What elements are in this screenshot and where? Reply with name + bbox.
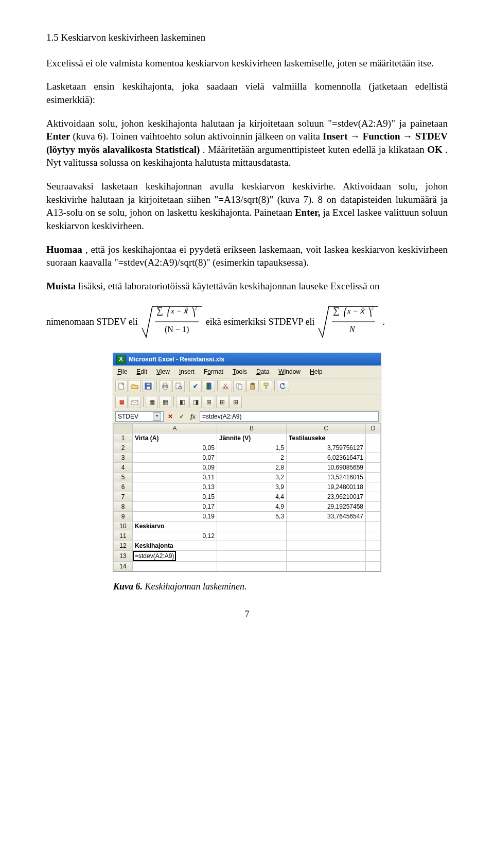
tool-button-4[interactable]: ◨ bbox=[189, 396, 202, 408]
row-header[interactable]: 10 bbox=[114, 521, 133, 531]
print-preview-button[interactable] bbox=[172, 380, 185, 392]
cell[interactable]: 0,07 bbox=[133, 453, 217, 462]
formula-input[interactable]: =stdev(A2:A9) bbox=[200, 411, 379, 422]
cell[interactable]: 19,24800118 bbox=[287, 482, 366, 492]
cell[interactable] bbox=[366, 511, 381, 521]
menu-format[interactable]: Format bbox=[202, 367, 225, 377]
cell[interactable]: Keskihajonta bbox=[133, 541, 217, 550]
cell[interactable] bbox=[217, 541, 286, 550]
cell[interactable]: 5,3 bbox=[217, 511, 286, 521]
name-box-dropdown-icon[interactable]: ▾ bbox=[153, 412, 161, 421]
cell[interactable] bbox=[366, 501, 381, 511]
paste-button[interactable] bbox=[246, 380, 259, 392]
row-header[interactable]: 14 bbox=[114, 562, 133, 571]
row-header[interactable]: 3 bbox=[114, 453, 133, 462]
cell[interactable] bbox=[287, 562, 366, 571]
cell[interactable] bbox=[287, 550, 366, 561]
col-header-a[interactable]: A bbox=[133, 423, 217, 433]
name-box[interactable]: STDEV ▾ bbox=[115, 411, 164, 422]
tool-button-2[interactable]: ▦ bbox=[159, 396, 171, 408]
cell[interactable] bbox=[217, 550, 286, 561]
save-button[interactable] bbox=[142, 380, 154, 392]
row-header[interactable]: 2 bbox=[114, 443, 133, 453]
cell[interactable] bbox=[366, 562, 381, 571]
cell[interactable]: 29,19257458 bbox=[287, 501, 366, 511]
spellcheck-button[interactable]: ✔ bbox=[189, 380, 202, 392]
cell[interactable]: 4,4 bbox=[217, 492, 286, 501]
new-doc-button[interactable] bbox=[115, 380, 128, 392]
cell[interactable] bbox=[366, 453, 381, 462]
row-header[interactable]: 13 bbox=[114, 550, 133, 561]
excel-grid[interactable]: A B C D 1 Virta (A) Jännite (V) Testilau… bbox=[113, 423, 381, 571]
menu-insert[interactable]: Insert bbox=[177, 367, 197, 377]
cell[interactable] bbox=[217, 562, 286, 571]
col-header-c[interactable]: C bbox=[287, 423, 366, 433]
cell[interactable]: 1,5 bbox=[217, 443, 286, 453]
menu-window[interactable]: Window bbox=[276, 367, 303, 377]
cell[interactable]: 0,09 bbox=[133, 462, 217, 472]
menu-edit[interactable]: Edit bbox=[134, 367, 149, 377]
cell[interactable]: Testilauseke bbox=[287, 433, 366, 443]
tool-button-1[interactable]: ▦ bbox=[146, 396, 158, 408]
tool-button-3[interactable]: ◧ bbox=[176, 396, 188, 408]
cell[interactable]: 2 bbox=[217, 453, 286, 462]
cell[interactable]: 0,19 bbox=[133, 511, 217, 521]
cell[interactable] bbox=[366, 482, 381, 492]
formula-cancel-button[interactable]: ✕ bbox=[166, 412, 175, 421]
editing-cell[interactable]: =stdev(A2:A9) bbox=[133, 550, 217, 561]
tool-button-7[interactable]: ⊞ bbox=[230, 396, 242, 408]
pdf-button[interactable]: ▤ bbox=[115, 396, 128, 408]
cell[interactable]: 0,13 bbox=[133, 482, 217, 492]
row-header[interactable]: 7 bbox=[114, 492, 133, 501]
row-header[interactable]: 6 bbox=[114, 482, 133, 492]
row-header[interactable]: 8 bbox=[114, 501, 133, 511]
row-header[interactable]: 11 bbox=[114, 531, 133, 541]
cell[interactable]: 23,96210017 bbox=[287, 492, 366, 501]
cell[interactable]: 0,12 bbox=[133, 531, 217, 541]
menu-view[interactable]: View bbox=[154, 367, 172, 377]
cell[interactable] bbox=[366, 550, 381, 561]
cell[interactable]: 3,759756127 bbox=[287, 443, 366, 453]
menu-help[interactable]: Help bbox=[308, 367, 325, 377]
tool-button-6[interactable]: ⊞ bbox=[216, 396, 228, 408]
cut-button[interactable] bbox=[220, 380, 232, 392]
cell[interactable] bbox=[366, 462, 381, 472]
cell[interactable] bbox=[366, 541, 381, 550]
cell[interactable] bbox=[366, 433, 381, 443]
cell[interactable]: 0,05 bbox=[133, 443, 217, 453]
copy-button[interactable] bbox=[233, 380, 245, 392]
cell[interactable]: 10,69085659 bbox=[287, 462, 366, 472]
cell[interactable] bbox=[217, 531, 286, 541]
cell[interactable]: 0,17 bbox=[133, 501, 217, 511]
cell[interactable]: 2,8 bbox=[217, 462, 286, 472]
cell[interactable] bbox=[366, 531, 381, 541]
col-header-d[interactable]: D bbox=[366, 423, 381, 433]
undo-button[interactable] bbox=[277, 380, 289, 392]
menu-file[interactable]: File bbox=[115, 367, 129, 377]
cell[interactable]: 6,023616471 bbox=[287, 453, 366, 462]
row-header[interactable]: 12 bbox=[114, 541, 133, 550]
cell[interactable] bbox=[287, 541, 366, 550]
row-header[interactable]: 1 bbox=[114, 433, 133, 443]
formula-enter-button[interactable]: ✓ bbox=[177, 412, 186, 421]
fx-button[interactable]: fx bbox=[188, 412, 198, 421]
cell[interactable]: Jännite (V) bbox=[217, 433, 286, 443]
cell[interactable]: Keskiarvo bbox=[133, 521, 217, 531]
cell[interactable] bbox=[133, 562, 217, 571]
cell[interactable] bbox=[366, 492, 381, 501]
cell[interactable] bbox=[366, 521, 381, 531]
cell[interactable]: 0,15 bbox=[133, 492, 217, 501]
print-button[interactable] bbox=[159, 380, 171, 392]
research-button[interactable] bbox=[203, 380, 215, 392]
menu-tools[interactable]: Tools bbox=[231, 367, 249, 377]
tool-button-5[interactable]: ⊞ bbox=[203, 396, 215, 408]
cell[interactable] bbox=[217, 521, 286, 531]
pdf-mail-button[interactable] bbox=[129, 396, 141, 408]
row-header[interactable]: 9 bbox=[114, 511, 133, 521]
format-painter-button[interactable] bbox=[260, 380, 272, 392]
open-button[interactable] bbox=[129, 380, 141, 392]
cell[interactable]: 33,76456547 bbox=[287, 511, 366, 521]
cell[interactable]: 3,9 bbox=[217, 482, 286, 492]
cell[interactable] bbox=[366, 472, 381, 482]
col-header-b[interactable]: B bbox=[217, 423, 286, 433]
